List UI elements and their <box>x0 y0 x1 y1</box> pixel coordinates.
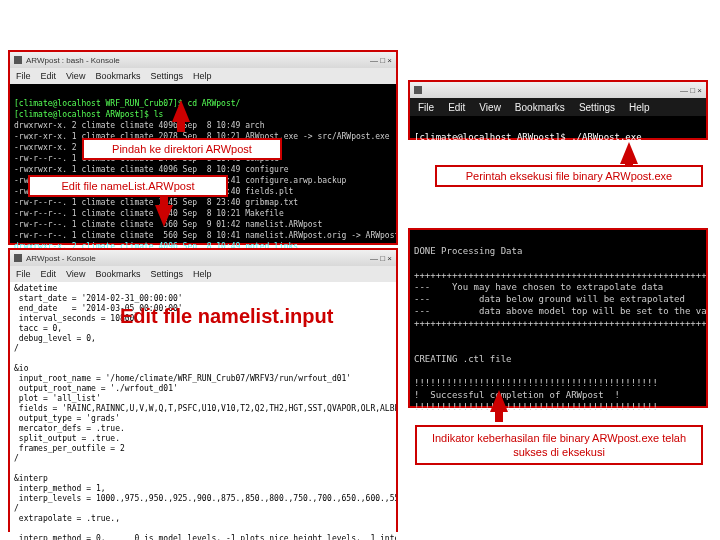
titlebar: ARWpost - Konsole — □ × <box>10 250 396 266</box>
terminal-exec-panel: — □ × File Edit View Bookmarks Settings … <box>408 80 708 140</box>
prompt-line: [climate@localhost WRF_RUN_Crub07]$ cd A… <box>14 99 240 108</box>
out-line: CREATING .ctl file <box>414 354 512 364</box>
ls-line: -rw-r--r--. 1 climate climate 560 Sep 8 … <box>14 231 396 240</box>
terminal-output: DONE Processing Data +++++++++++++++++++… <box>410 230 706 428</box>
arrow-up-icon <box>620 142 638 164</box>
out-line: --- data below ground will be extrapolat… <box>414 294 685 304</box>
terminal-result-panel: DONE Processing Data +++++++++++++++++++… <box>408 228 708 408</box>
callout-exec-command: Perintah eksekusi file binary ARWpost.ex… <box>435 165 703 187</box>
menu-bookmarks[interactable]: Bookmarks <box>95 71 140 81</box>
titlebar: ARWpost : bash - Konsole — □ × <box>10 52 396 68</box>
menu-view[interactable]: View <box>479 102 501 113</box>
callout-cd-arwpost: Pindah ke direktori ARWpost <box>82 138 282 160</box>
menu-edit[interactable]: Edit <box>41 269 57 279</box>
menu-file[interactable]: File <box>16 71 31 81</box>
ls-line: drwxrwxr-x. 2 climate climate 4096 Sep 8… <box>14 121 264 130</box>
menu-bookmarks[interactable]: Bookmarks <box>515 102 565 113</box>
arrow-up-icon <box>172 100 190 122</box>
menu-bookmarks[interactable]: Bookmarks <box>95 269 140 279</box>
terminal-output: [climate@localhost ARWpost]$ ./ARWpost.e… <box>410 116 706 158</box>
menu-help[interactable]: Help <box>193 269 212 279</box>
window-title: ARWpost - Konsole <box>26 254 96 263</box>
menu-file[interactable]: File <box>16 269 31 279</box>
window-controls[interactable]: — □ × <box>370 254 392 263</box>
out-line: ++++++++++++++++++++++++++++++++++++++++… <box>414 318 706 328</box>
window-icon <box>14 56 22 64</box>
menu-help[interactable]: Help <box>629 102 650 113</box>
out-line: !!!!!!!!!!!!!!!!!!!!!!!!!!!!!!!!!!!!!!!!… <box>414 402 658 412</box>
prompt-line-2: [climate@localhost ARWpost]$ ls <box>14 110 163 119</box>
out-line: ++++++++++++++++++++++++++++++++++++++++… <box>414 270 706 280</box>
window-icon <box>414 86 422 94</box>
out-line: ! Successful completion of ARWpost ! <box>414 390 620 400</box>
menu-help[interactable]: Help <box>193 71 212 81</box>
menubar[interactable]: File Edit View Bookmarks Settings Help <box>10 68 396 84</box>
out-line: !!!!!!!!!!!!!!!!!!!!!!!!!!!!!!!!!!!!!!!!… <box>414 378 658 388</box>
titlebar: — □ × <box>410 82 706 98</box>
callout-edit-namelist-input: Edit file namelist.input <box>120 305 333 328</box>
callout-success-indicator: Indikator keberhasilan file binary ARWpo… <box>415 425 703 465</box>
menu-settings[interactable]: Settings <box>150 71 183 81</box>
window-title: ARWpost : bash - Konsole <box>26 56 120 65</box>
callout-text: Perintah eksekusi file binary ARWpost.ex… <box>466 169 672 183</box>
menu-view[interactable]: View <box>66 71 85 81</box>
callout-text: Indikator keberhasilan file binary ARWpo… <box>425 431 693 460</box>
out-line: --- data above model top will be set to … <box>414 306 706 316</box>
out-line: --- You may have chosen to extrapolate d… <box>414 282 663 292</box>
menu-edit[interactable]: Edit <box>41 71 57 81</box>
menu-view[interactable]: View <box>66 269 85 279</box>
editor-panel: ARWpost - Konsole — □ × File Edit View B… <box>8 248 398 532</box>
ls-line: -rw-r--r--. 1 climate climate 940 Sep 8 … <box>14 209 284 218</box>
callout-text: Edit file nameList.ARWpost <box>61 179 194 193</box>
arrow-down-icon <box>155 205 173 227</box>
ls-line: -rwxrwxr-x. 1 climate climate 4096 Sep 8… <box>14 165 289 174</box>
exec-command-line: [climate@localhost ARWpost]$ ./ARWpost.e… <box>414 132 642 142</box>
menubar[interactable]: File Edit View Bookmarks Settings Help <box>410 98 706 116</box>
menu-settings[interactable]: Settings <box>150 269 183 279</box>
out-line: DONE Processing Data <box>414 246 522 256</box>
menu-file[interactable]: File <box>418 102 434 113</box>
menubar[interactable]: File Edit View Bookmarks Settings Help <box>10 266 396 282</box>
menu-edit[interactable]: Edit <box>448 102 465 113</box>
callout-text: Pindah ke direktori ARWpost <box>112 142 252 156</box>
window-controls[interactable]: — □ × <box>370 56 392 65</box>
menu-settings[interactable]: Settings <box>579 102 615 113</box>
callout-text: Edit file namelist.input <box>120 305 333 327</box>
callout-edit-namelist-arwpost: Edit file nameList.ARWpost <box>28 175 228 197</box>
arrow-up-icon <box>490 390 508 412</box>
window-icon <box>14 254 22 262</box>
window-controls[interactable]: — □ × <box>680 86 702 95</box>
